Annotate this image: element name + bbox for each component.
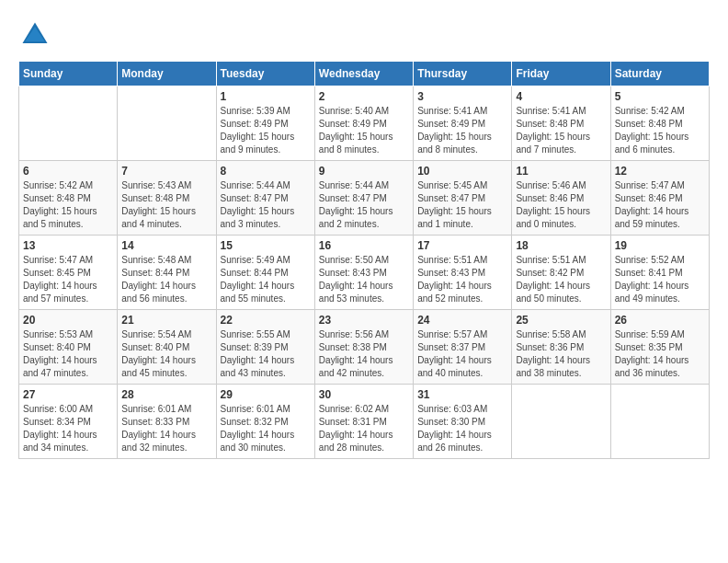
day-info: Sunrise: 5:48 AM Sunset: 8:44 PM Dayligh…: [121, 254, 211, 305]
calendar-cell: 25Sunrise: 5:58 AM Sunset: 8:36 PM Dayli…: [512, 310, 610, 385]
day-info: Sunrise: 5:44 AM Sunset: 8:47 PM Dayligh…: [319, 179, 409, 231]
day-number: 28: [121, 388, 211, 401]
day-number: 24: [417, 314, 507, 327]
day-number: 31: [417, 388, 507, 401]
calendar-week-3: 13Sunrise: 5:47 AM Sunset: 8:45 PM Dayli…: [19, 236, 710, 310]
day-info: Sunrise: 5:41 AM Sunset: 8:49 PM Dayligh…: [417, 105, 507, 156]
calendar-cell: 21Sunrise: 5:54 AM Sunset: 8:40 PM Dayli…: [118, 310, 216, 385]
calendar-week-4: 20Sunrise: 5:53 AM Sunset: 8:40 PM Dayli…: [19, 310, 710, 385]
logo-icon: [18, 18, 51, 52]
day-info: Sunrise: 5:58 AM Sunset: 8:36 PM Dayligh…: [516, 328, 606, 380]
day-number: 6: [23, 165, 113, 178]
calendar-cell: 13Sunrise: 5:47 AM Sunset: 8:45 PM Dayli…: [19, 236, 118, 310]
day-info: Sunrise: 6:00 AM Sunset: 8:34 PM Dayligh…: [23, 403, 113, 454]
day-number: 22: [221, 314, 311, 327]
calendar-week-5: 27Sunrise: 6:00 AM Sunset: 8:34 PM Dayli…: [19, 385, 710, 459]
day-number: 3: [417, 90, 507, 103]
weekday-header-thursday: Thursday: [414, 62, 512, 86]
day-info: Sunrise: 5:45 AM Sunset: 8:47 PM Dayligh…: [417, 179, 507, 231]
day-number: 20: [23, 314, 113, 327]
calendar-cell: 16Sunrise: 5:50 AM Sunset: 8:43 PM Dayli…: [314, 236, 413, 310]
day-number: 9: [319, 165, 409, 178]
calendar-cell: 8Sunrise: 5:44 AM Sunset: 8:47 PM Daylig…: [216, 161, 314, 236]
day-number: 30: [319, 388, 409, 401]
calendar-cell: [512, 385, 610, 459]
calendar-cell: 4Sunrise: 5:41 AM Sunset: 8:48 PM Daylig…: [512, 86, 610, 161]
day-info: Sunrise: 5:42 AM Sunset: 8:48 PM Dayligh…: [615, 105, 705, 156]
calendar-cell: 17Sunrise: 5:51 AM Sunset: 8:43 PM Dayli…: [414, 236, 512, 310]
day-info: Sunrise: 5:57 AM Sunset: 8:37 PM Dayligh…: [417, 328, 507, 380]
day-number: 15: [221, 239, 311, 252]
day-info: Sunrise: 6:02 AM Sunset: 8:31 PM Dayligh…: [319, 403, 409, 454]
day-number: 7: [121, 165, 211, 178]
weekday-header-friday: Friday: [512, 62, 610, 86]
day-info: Sunrise: 5:49 AM Sunset: 8:44 PM Dayligh…: [221, 254, 311, 305]
calendar-cell: 27Sunrise: 6:00 AM Sunset: 8:34 PM Dayli…: [19, 385, 118, 459]
day-info: Sunrise: 5:52 AM Sunset: 8:41 PM Dayligh…: [615, 254, 705, 305]
calendar-cell: [610, 385, 709, 459]
day-number: 2: [319, 90, 409, 103]
calendar-cell: 5Sunrise: 5:42 AM Sunset: 8:48 PM Daylig…: [610, 86, 709, 161]
calendar-cell: 6Sunrise: 5:42 AM Sunset: 8:48 PM Daylig…: [19, 161, 118, 236]
day-info: Sunrise: 5:59 AM Sunset: 8:35 PM Dayligh…: [615, 328, 705, 380]
day-info: Sunrise: 5:56 AM Sunset: 8:38 PM Dayligh…: [319, 328, 409, 380]
day-number: 25: [516, 314, 606, 327]
day-info: Sunrise: 5:51 AM Sunset: 8:43 PM Dayligh…: [417, 254, 507, 305]
calendar-cell: 22Sunrise: 5:55 AM Sunset: 8:39 PM Dayli…: [216, 310, 314, 385]
calendar-cell: 10Sunrise: 5:45 AM Sunset: 8:47 PM Dayli…: [414, 161, 512, 236]
day-number: 27: [23, 388, 113, 401]
day-info: Sunrise: 5:47 AM Sunset: 8:46 PM Dayligh…: [615, 179, 705, 231]
day-info: Sunrise: 5:53 AM Sunset: 8:40 PM Dayligh…: [23, 328, 113, 380]
calendar-header: SundayMondayTuesdayWednesdayThursdayFrid…: [19, 62, 710, 86]
day-number: 11: [516, 165, 606, 178]
day-number: 21: [121, 314, 211, 327]
day-number: 23: [319, 314, 409, 327]
calendar-cell: 18Sunrise: 5:51 AM Sunset: 8:42 PM Dayli…: [512, 236, 610, 310]
calendar-cell: 3Sunrise: 5:41 AM Sunset: 8:49 PM Daylig…: [414, 86, 512, 161]
day-info: Sunrise: 6:01 AM Sunset: 8:32 PM Dayligh…: [221, 403, 311, 454]
day-info: Sunrise: 6:01 AM Sunset: 8:33 PM Dayligh…: [121, 403, 211, 454]
day-number: 10: [417, 165, 507, 178]
day-number: 18: [516, 239, 606, 252]
weekday-header-saturday: Saturday: [610, 62, 709, 86]
weekday-header-sunday: Sunday: [19, 62, 118, 86]
calendar-cell: 11Sunrise: 5:46 AM Sunset: 8:46 PM Dayli…: [512, 161, 610, 236]
day-number: 17: [417, 239, 507, 252]
day-info: Sunrise: 5:43 AM Sunset: 8:48 PM Dayligh…: [121, 179, 211, 231]
day-number: 12: [615, 165, 705, 178]
calendar-cell: 1Sunrise: 5:39 AM Sunset: 8:49 PM Daylig…: [216, 86, 314, 161]
day-info: Sunrise: 5:55 AM Sunset: 8:39 PM Dayligh…: [221, 328, 311, 380]
day-number: 1: [221, 90, 311, 103]
calendar-cell: 24Sunrise: 5:57 AM Sunset: 8:37 PM Dayli…: [414, 310, 512, 385]
calendar-body: 1Sunrise: 5:39 AM Sunset: 8:49 PM Daylig…: [19, 86, 710, 459]
calendar-cell: 30Sunrise: 6:02 AM Sunset: 8:31 PM Dayli…: [314, 385, 413, 459]
calendar-cell: 20Sunrise: 5:53 AM Sunset: 8:40 PM Dayli…: [19, 310, 118, 385]
day-number: 16: [319, 239, 409, 252]
day-info: Sunrise: 5:54 AM Sunset: 8:40 PM Dayligh…: [121, 328, 211, 380]
calendar-cell: 28Sunrise: 6:01 AM Sunset: 8:33 PM Dayli…: [118, 385, 216, 459]
day-info: Sunrise: 5:39 AM Sunset: 8:49 PM Dayligh…: [221, 105, 311, 156]
logo: [18, 18, 55, 52]
calendar-cell: 15Sunrise: 5:49 AM Sunset: 8:44 PM Dayli…: [216, 236, 314, 310]
day-info: Sunrise: 5:41 AM Sunset: 8:48 PM Dayligh…: [516, 105, 606, 156]
weekday-header-wednesday: Wednesday: [314, 62, 413, 86]
day-number: 13: [23, 239, 113, 252]
day-number: 5: [615, 90, 705, 103]
calendar-cell: 14Sunrise: 5:48 AM Sunset: 8:44 PM Dayli…: [118, 236, 216, 310]
day-number: 14: [121, 239, 211, 252]
weekday-header-row: SundayMondayTuesdayWednesdayThursdayFrid…: [19, 62, 710, 86]
weekday-header-monday: Monday: [118, 62, 216, 86]
day-number: 29: [221, 388, 311, 401]
calendar-cell: 9Sunrise: 5:44 AM Sunset: 8:47 PM Daylig…: [314, 161, 413, 236]
day-info: Sunrise: 6:03 AM Sunset: 8:30 PM Dayligh…: [417, 403, 507, 454]
day-info: Sunrise: 5:42 AM Sunset: 8:48 PM Dayligh…: [23, 179, 113, 231]
calendar-cell: [118, 86, 216, 161]
day-info: Sunrise: 5:51 AM Sunset: 8:42 PM Dayligh…: [516, 254, 606, 305]
weekday-header-tuesday: Tuesday: [216, 62, 314, 86]
day-number: 8: [221, 165, 311, 178]
calendar-cell: 2Sunrise: 5:40 AM Sunset: 8:49 PM Daylig…: [314, 86, 413, 161]
calendar-week-2: 6Sunrise: 5:42 AM Sunset: 8:48 PM Daylig…: [19, 161, 710, 236]
calendar-cell: 26Sunrise: 5:59 AM Sunset: 8:35 PM Dayli…: [610, 310, 709, 385]
calendar-cell: [19, 86, 118, 161]
day-number: 26: [615, 314, 705, 327]
